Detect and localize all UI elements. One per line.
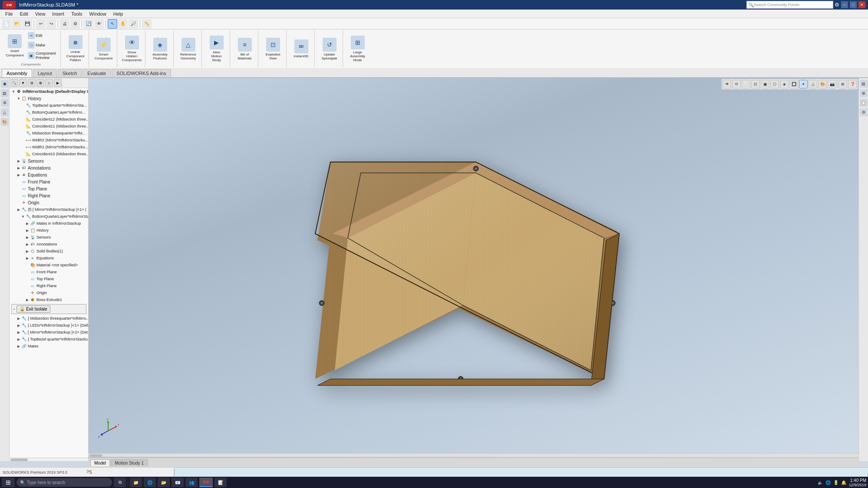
select-button[interactable]: ↖	[108, 19, 117, 29]
taskbar-search[interactable]: 🔍	[17, 478, 112, 487]
tab-motion-study[interactable]: Motion Study 1	[111, 459, 148, 466]
rp2-toggle[interactable]	[25, 284, 30, 288]
right-icon-4[interactable]: ⚙	[860, 108, 868, 116]
menu-view[interactable]: View	[32, 10, 49, 17]
taskbar-search-input[interactable]	[27, 480, 109, 485]
w1-toggle[interactable]	[21, 145, 25, 149]
linear-component-button[interactable]: ▦ Linear ComponentPattern	[65, 34, 86, 64]
tree-item-coincident10[interactable]: 📐 Coincident10 (Midsection three...	[10, 151, 88, 157]
tree-item-midsection-comp[interactable]: ▶ 🔧 { Midsection threequarter*InfMirro..…	[10, 315, 88, 322]
tp2-toggle[interactable]	[25, 277, 30, 281]
c12-toggle[interactable]	[21, 117, 25, 121]
battery-icon[interactable]: 🔋	[833, 480, 838, 485]
tree-item-right-plane2[interactable]: ▭ Right Plane	[10, 282, 88, 289]
tree-item-origin2[interactable]: ✛ Origin	[10, 289, 88, 296]
view-shade-button[interactable]: ⬜	[742, 80, 750, 88]
c11-toggle[interactable]	[21, 124, 25, 128]
tree-item-sensors[interactable]: ▶ 📡 Sensors	[10, 157, 88, 164]
tree-item-sensors2[interactable]: ▶ 📡 Sensors	[10, 234, 88, 241]
bql-toggle[interactable]: ▼	[21, 214, 25, 219]
tab-evaluate[interactable]: Evaluate	[83, 69, 111, 77]
assembly-features-button[interactable]: ◈ AssemblyFeatures	[150, 36, 171, 62]
menu-edit[interactable]: Edit	[17, 10, 32, 17]
notification-icon[interactable]: 🔔	[841, 480, 846, 485]
history-toggle[interactable]: ▼	[17, 96, 21, 101]
property-manager-icon[interactable]: ▤	[1, 89, 9, 97]
rp-toggle[interactable]	[17, 193, 21, 198]
undo-button[interactable]: ↩	[36, 19, 46, 29]
bq-toggle[interactable]	[21, 110, 25, 115]
tree-item-leds[interactable]: ▶ 🔧 { LEDs*InfMirrorStackup }<1> (Defa..…	[10, 322, 88, 329]
tree-item-midsection[interactable]: 🔧 Midsection threequarter*InfM...	[10, 130, 88, 137]
tree-item-width1[interactable]: ⟷ Width1 (Mirror*InfMirrorStacku...	[10, 144, 88, 151]
view-help-button[interactable]: ❓	[848, 80, 857, 88]
print-button[interactable]: 🖨	[60, 19, 69, 29]
windows-explorer-button[interactable]: 📂	[158, 478, 170, 487]
mates-toggle[interactable]: ▶	[17, 344, 21, 348]
config-manager-icon[interactable]: ⚙	[1, 99, 9, 107]
home-tree-button[interactable]: ⌂	[45, 79, 53, 87]
tree-item-top-plane2[interactable]: ▭ Top Plane	[10, 275, 88, 282]
tree-item-material[interactable]: 🎨 Material <not specified>	[10, 262, 88, 269]
tree-item-history2[interactable]: ▶ 📋 History	[10, 227, 88, 234]
a2-toggle[interactable]: ▶	[25, 242, 30, 246]
chrome-button[interactable]: 🌐	[144, 478, 156, 487]
save-button[interactable]: 💾	[23, 19, 32, 29]
sb-toggle[interactable]: ▶	[25, 249, 30, 253]
s2-toggle[interactable]: ▶	[25, 235, 30, 239]
sensors-toggle[interactable]: ▶	[17, 159, 21, 163]
settings-icon[interactable]: ⚙	[835, 2, 839, 8]
collapse-tree-button[interactable]: ⊟	[28, 79, 36, 87]
mc2-toggle[interactable]: ▶	[17, 330, 21, 334]
view-camera-button[interactable]: 📷	[828, 80, 836, 88]
ann-toggle[interactable]: ▶	[17, 166, 21, 170]
tab-sketch[interactable]: Sketch	[58, 69, 82, 77]
file-explorer-button[interactable]: 📁	[130, 478, 142, 487]
menu-insert[interactable]: Insert	[49, 10, 68, 17]
leds-toggle[interactable]: ▶	[17, 323, 21, 328]
tree-item-mirror-comp2[interactable]: ▶ 🔧 [ Mirror*InfMirrorStackup ]<2> (Det.…	[10, 329, 88, 336]
root-toggle[interactable]: ▼	[11, 89, 16, 94]
options-button[interactable]: ⚙	[70, 19, 80, 29]
expand-tree-button[interactable]: ⊞	[36, 79, 44, 87]
tree-item-mirror-comp[interactable]: ▶ 🔧 (f) [ Mirror*InfMirrorStackup ]<1> (	[10, 206, 88, 213]
view-section-button[interactable]: ⬡	[770, 80, 779, 88]
orig2-toggle[interactable]	[25, 291, 30, 295]
maximize-button[interactable]: □	[850, 1, 857, 8]
menu-tools[interactable]: Tools	[68, 10, 86, 17]
view-rotate-button[interactable]: ⟲	[732, 80, 741, 88]
view-hidden-button[interactable]: ▣	[761, 80, 769, 88]
tree-root[interactable]: ▼ ⚙ InfMirrorStackup (Default<Display St…	[10, 88, 88, 95]
tree-item-mates-in[interactable]: ▶ 🔗 Mates in InfMirrorStackup	[10, 220, 88, 227]
task-view-button[interactable]: ⧉	[114, 478, 126, 487]
tree-item-mates[interactable]: ▶ 🔗 Mates	[10, 343, 88, 350]
tree-item-front-plane2[interactable]: ▭ Front Plane	[10, 269, 88, 275]
teams-button[interactable]: 👥	[185, 478, 198, 487]
topbezel-toggle[interactable]	[21, 103, 25, 108]
zoom-button[interactable]: 🔎	[129, 19, 138, 29]
right-icon-1[interactable]: ▤	[860, 80, 868, 88]
component-preview-button[interactable]: ▣ ComponentPreview	[26, 50, 58, 61]
tree-item-topbezel[interactable]: 🔧 TopBezel quarter*InfMirrorSta...	[10, 102, 88, 109]
instant3d-button[interactable]: 3D Instant3D	[291, 36, 312, 62]
dim-expert-icon[interactable]: △	[1, 108, 9, 116]
w2-toggle[interactable]	[21, 138, 25, 142]
insert-component-button[interactable]: ⊞ InsertComponent	[4, 31, 25, 61]
tree-item-bottomquarter[interactable]: 🔧 BottomQuarterLayer*InfMirro...	[10, 109, 88, 116]
exit-isolate-button[interactable]: 🔓 Exit Isolate	[17, 305, 50, 313]
view-button[interactable]: 👁	[94, 19, 104, 29]
tree-item-top-plane[interactable]: ▭ Top Plane	[10, 185, 88, 192]
update-speedpak-button[interactable]: ↺ UpdateSpeedpak	[319, 36, 340, 62]
view-wire-button[interactable]: ⊡	[751, 80, 760, 88]
tree-item-origin[interactable]: ✛ Origin	[10, 199, 88, 206]
measure-button[interactable]: 📏	[142, 19, 152, 29]
pan-button[interactable]: ✋	[118, 19, 128, 29]
close-button[interactable]: ✕	[858, 1, 865, 8]
tree-item-right-plane[interactable]: ▭ Right Plane	[10, 192, 88, 199]
mscomp-toggle[interactable]: ▶	[17, 316, 21, 321]
feature-manager-icon[interactable]: ◉	[1, 80, 9, 88]
large-assembly-button[interactable]: ⊞ LargeAssemblyMode	[347, 34, 368, 63]
fp2-toggle[interactable]	[25, 270, 30, 274]
tree-scrollbar-thumb[interactable]	[10, 459, 28, 461]
tree-item-coincident11[interactable]: 📐 Coincident11 (Midsection three...	[10, 123, 88, 130]
